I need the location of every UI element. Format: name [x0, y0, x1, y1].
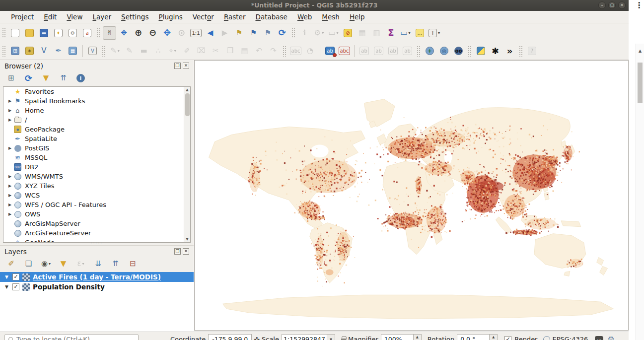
- show-bookmarks-button[interactable]: ⚑: [247, 26, 260, 40]
- new-project-button[interactable]: [8, 26, 22, 40]
- vertex-tool-button[interactable]: ⌖▾: [166, 44, 179, 58]
- filter-by-expression-button[interactable]: ε▾: [74, 257, 87, 271]
- undo-button[interactable]: ↶: [252, 44, 266, 58]
- toolbar-drag-handle[interactable]: [468, 46, 472, 57]
- expander-icon[interactable]: ▶: [6, 108, 13, 113]
- collapse-all-button[interactable]: ⇈: [57, 71, 70, 85]
- run-feature-action-button[interactable]: ⚙▾: [312, 26, 326, 40]
- rail-menu-icon[interactable]: ⋮: [635, 0, 643, 10]
- open-attribute-table-button[interactable]: ▦: [356, 26, 369, 40]
- expander-icon[interactable]: ▼: [5, 274, 12, 279]
- browser-item-wms-wmts[interactable]: ▶WMS/WMTS: [3, 172, 190, 181]
- open-project-button[interactable]: [23, 26, 36, 40]
- select-features-button[interactable]: ▭▾: [327, 26, 340, 40]
- expander-icon[interactable]: ▶: [6, 193, 13, 198]
- browser-item-arcgisfeatureserver[interactable]: ArcGisFeatureServer: [3, 228, 190, 238]
- messages-icon[interactable]: …: [595, 336, 603, 340]
- extents-toggle-icon[interactable]: ✜: [254, 336, 260, 340]
- title-bar[interactable]: *Untitled Project - QGIS 3b5291f273 –▢✕: [0, 0, 629, 11]
- cut-features-button[interactable]: ✂: [209, 44, 222, 58]
- toggle-editing-button[interactable]: ✎: [123, 44, 136, 58]
- expander-icon[interactable]: ▶: [6, 203, 13, 207]
- menu-web[interactable]: Web: [292, 12, 317, 22]
- collapse-all-layers-button[interactable]: ⇈: [109, 257, 122, 271]
- layer-row-active-fires-1-day-terra-modis[interactable]: ▼✓Active Fires (1 day - Terra/MODIS): [0, 272, 194, 282]
- highlight-pinned-labels-button[interactable]: abc: [289, 44, 302, 58]
- browser-item-mssql[interactable]: ≋MSSQL: [3, 153, 190, 162]
- browser-item-wcs[interactable]: ▶WCS: [3, 191, 190, 200]
- panel-splitter[interactable]: ·····: [0, 242, 194, 245]
- identify-features-button[interactable]: ℹ: [298, 26, 311, 40]
- map-canvas[interactable]: [194, 60, 629, 331]
- expander-icon[interactable]: ▶: [6, 118, 13, 122]
- rotation-spinner[interactable]: 0.0 °: [457, 334, 490, 340]
- zoom-in-button[interactable]: ⊕: [132, 26, 145, 40]
- add-selected-layers-button[interactable]: ⊞: [4, 71, 18, 85]
- menu-view[interactable]: View: [62, 12, 87, 22]
- deselect-features-button[interactable]: ⊘: [341, 26, 355, 40]
- toolbar-drag-handle[interactable]: [291, 27, 295, 38]
- locator-box[interactable]: [4, 334, 139, 340]
- manage-plugins-button[interactable]: ✱: [489, 44, 502, 58]
- filter-legend-button[interactable]: ▼: [57, 257, 70, 271]
- scale-dropdown-button[interactable]: ▼: [327, 334, 335, 340]
- expander-icon[interactable]: ▶: [6, 212, 13, 216]
- scroll-down-icon[interactable]: ▼: [184, 237, 190, 241]
- browser-item-postgis[interactable]: ▶PostGIS: [3, 143, 190, 153]
- save-project-button[interactable]: ▬: [37, 26, 51, 40]
- expander-icon[interactable]: ▶: [6, 146, 13, 150]
- browser-item-wfs-ogc-api-features[interactable]: ▶WFS / OGC API - Features: [3, 200, 190, 209]
- minimize-button[interactable]: –: [598, 1, 606, 9]
- layer-row-population-density[interactable]: ▼✓Population Density: [0, 282, 194, 292]
- refresh-browser-button[interactable]: ⟳: [22, 71, 35, 85]
- rail-scrollbar[interactable]: ▲: [636, 44, 644, 340]
- crs-value[interactable]: EPSG:4326: [552, 336, 588, 340]
- browser-item-favorites[interactable]: ★Favorites: [3, 87, 190, 96]
- pan-map-button[interactable]: ✌: [103, 26, 116, 40]
- maximize-button[interactable]: ▢: [608, 1, 616, 9]
- zoom-last-button[interactable]: ◀: [204, 26, 217, 40]
- toolbar-drag-handle[interactable]: [2, 46, 6, 57]
- new-virtual-layer-button[interactable]: ▦: [66, 44, 79, 58]
- close-button[interactable]: ✕: [618, 1, 626, 9]
- layers-close-button[interactable]: ✕: [183, 248, 189, 255]
- new-print-layout-button[interactable]: ✦: [52, 26, 65, 40]
- coordinate-input[interactable]: -175.9,99.0: [208, 334, 252, 340]
- measure-button[interactable]: ▭▾: [399, 26, 412, 40]
- browser-item-arcgismapserver[interactable]: ArcGisMapServer: [3, 219, 190, 228]
- statistical-summary-button[interactable]: ▥: [370, 26, 383, 40]
- scrollbar-thumb[interactable]: [185, 93, 190, 116]
- metasearch-button[interactable]: oo: [452, 44, 465, 58]
- toolbar-drag-handle[interactable]: [102, 46, 106, 57]
- style-manager-button[interactable]: a: [80, 26, 94, 40]
- menu-help[interactable]: Help: [345, 12, 370, 22]
- menu-plugins[interactable]: Plugins: [153, 12, 187, 22]
- toolbar-drag-handle[interactable]: [519, 46, 523, 57]
- layer-labeling-options-button[interactable]: ab: [323, 44, 337, 58]
- layer-visibility-checkbox[interactable]: ✓: [12, 273, 19, 280]
- current-edits-button[interactable]: ✎▾: [108, 44, 122, 58]
- expander-icon[interactable]: ▼: [5, 284, 12, 289]
- scale-combo[interactable]: 1:152992847: [282, 334, 327, 340]
- menu-mesh[interactable]: Mesh: [317, 12, 345, 22]
- save-layer-edits-button[interactable]: ▬: [137, 44, 150, 58]
- menu-database[interactable]: Database: [250, 12, 292, 22]
- menu-layer[interactable]: Layer: [87, 12, 116, 22]
- zoom-next-button[interactable]: ▶: [218, 26, 231, 40]
- pan-to-selection-button[interactable]: ✥: [117, 26, 131, 40]
- copy-features-button[interactable]: ❐: [223, 44, 237, 58]
- layers-float-button[interactable]: ❐: [174, 248, 181, 255]
- browser-close-button[interactable]: ✕: [183, 63, 189, 69]
- browser-item-xyz-tiles[interactable]: ▶XYZ Tiles: [3, 181, 190, 191]
- processing-icon[interactable]: ⚙: [607, 336, 614, 340]
- add-wms-layer-button[interactable]: +: [423, 44, 436, 58]
- new-geopackage-layer-button[interactable]: ✶: [23, 44, 36, 58]
- magnifier-spin-buttons[interactable]: ▲▼: [414, 334, 422, 340]
- magnifier-spinner[interactable]: 100%: [381, 334, 414, 340]
- text-annotation-button[interactable]: T▾: [428, 26, 441, 40]
- menu-settings[interactable]: Settings: [116, 12, 153, 22]
- menu-project[interactable]: Project: [6, 12, 39, 22]
- zoom-to-selection-button[interactable]: ⊙: [175, 26, 188, 40]
- show-hide-labels-button[interactable]: ab: [372, 44, 385, 58]
- lock-icon[interactable]: [341, 336, 346, 340]
